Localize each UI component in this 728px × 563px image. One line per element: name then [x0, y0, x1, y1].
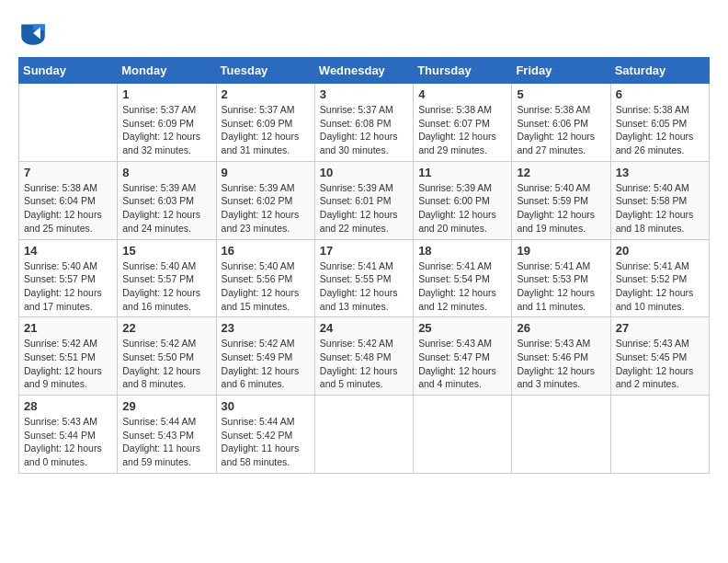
- calendar-cell: 28Sunrise: 5:43 AM Sunset: 5:44 PM Dayli…: [19, 396, 118, 474]
- calendar-cell: [414, 396, 512, 474]
- day-number: 26: [517, 321, 605, 335]
- day-number: 25: [418, 321, 506, 335]
- calendar-cell: 12Sunrise: 5:40 AM Sunset: 5:59 PM Dayli…: [512, 161, 610, 239]
- day-number: 24: [320, 321, 408, 335]
- day-header-monday: Monday: [118, 58, 216, 84]
- calendar-cell: 26Sunrise: 5:43 AM Sunset: 5:46 PM Dayli…: [512, 317, 610, 396]
- day-number: 3: [320, 87, 408, 101]
- day-header-friday: Friday: [512, 58, 610, 84]
- calendar-cell: 20Sunrise: 5:41 AM Sunset: 5:52 PM Dayli…: [610, 239, 709, 317]
- week-row-5: 28Sunrise: 5:43 AM Sunset: 5:44 PM Dayli…: [19, 396, 710, 474]
- day-info: Sunrise: 5:42 AM Sunset: 5:49 PM Dayligh…: [222, 337, 310, 391]
- logo: [18, 18, 51, 48]
- page-header: [18, 18, 710, 48]
- day-number: 11: [418, 166, 506, 179]
- day-info: Sunrise: 5:41 AM Sunset: 5:52 PM Dayligh…: [616, 259, 704, 314]
- day-info: Sunrise: 5:39 AM Sunset: 6:02 PM Dayligh…: [222, 181, 310, 236]
- calendar-cell: 10Sunrise: 5:39 AM Sunset: 6:01 PM Dayli…: [314, 161, 413, 239]
- calendar-cell: 2Sunrise: 5:37 AM Sunset: 6:09 PM Daylig…: [216, 84, 314, 162]
- day-number: 13: [616, 166, 704, 179]
- day-number: 7: [24, 166, 112, 179]
- day-header-tuesday: Tuesday: [216, 58, 314, 84]
- day-number: 4: [418, 87, 506, 101]
- day-number: 18: [418, 244, 506, 258]
- calendar-cell: 3Sunrise: 5:37 AM Sunset: 6:08 PM Daylig…: [314, 84, 413, 162]
- calendar-cell: 14Sunrise: 5:40 AM Sunset: 5:57 PM Dayli…: [19, 239, 118, 317]
- day-number: 29: [122, 399, 210, 413]
- day-info: Sunrise: 5:43 AM Sunset: 5:44 PM Dayligh…: [24, 415, 112, 469]
- day-number: 28: [24, 399, 112, 413]
- calendar-cell: [610, 396, 709, 474]
- day-number: 8: [122, 166, 210, 179]
- calendar-cell: 25Sunrise: 5:43 AM Sunset: 5:47 PM Dayli…: [414, 317, 512, 396]
- calendar-cell: 18Sunrise: 5:41 AM Sunset: 5:54 PM Dayli…: [414, 239, 512, 317]
- day-info: Sunrise: 5:39 AM Sunset: 6:00 PM Dayligh…: [418, 181, 506, 236]
- day-number: 30: [222, 399, 310, 413]
- calendar-cell: 5Sunrise: 5:38 AM Sunset: 6:06 PM Daylig…: [512, 84, 610, 162]
- day-number: 1: [122, 87, 210, 101]
- day-info: Sunrise: 5:38 AM Sunset: 6:05 PM Dayligh…: [616, 103, 704, 157]
- day-info: Sunrise: 5:39 AM Sunset: 6:01 PM Dayligh…: [320, 181, 408, 236]
- day-info: Sunrise: 5:42 AM Sunset: 5:48 PM Dayligh…: [320, 337, 408, 391]
- calendar-cell: 23Sunrise: 5:42 AM Sunset: 5:49 PM Dayli…: [216, 317, 314, 396]
- calendar-cell: 4Sunrise: 5:38 AM Sunset: 6:07 PM Daylig…: [414, 84, 512, 162]
- day-info: Sunrise: 5:43 AM Sunset: 5:47 PM Dayligh…: [418, 337, 506, 391]
- calendar-body: 1Sunrise: 5:37 AM Sunset: 6:09 PM Daylig…: [19, 84, 710, 474]
- calendar-cell: 24Sunrise: 5:42 AM Sunset: 5:48 PM Dayli…: [314, 317, 413, 396]
- day-info: Sunrise: 5:37 AM Sunset: 6:08 PM Dayligh…: [320, 103, 408, 157]
- day-info: Sunrise: 5:43 AM Sunset: 5:46 PM Dayligh…: [517, 337, 605, 391]
- day-info: Sunrise: 5:42 AM Sunset: 5:50 PM Dayligh…: [122, 337, 210, 391]
- week-row-3: 14Sunrise: 5:40 AM Sunset: 5:57 PM Dayli…: [19, 239, 710, 317]
- logo-icon: [18, 18, 48, 48]
- day-number: 15: [122, 244, 210, 258]
- day-info: Sunrise: 5:40 AM Sunset: 5:58 PM Dayligh…: [616, 181, 704, 236]
- day-number: 5: [517, 87, 605, 101]
- day-info: Sunrise: 5:38 AM Sunset: 6:07 PM Dayligh…: [418, 103, 506, 157]
- day-number: 21: [24, 321, 112, 335]
- day-number: 16: [222, 244, 310, 258]
- day-number: 6: [616, 87, 704, 101]
- day-info: Sunrise: 5:39 AM Sunset: 6:03 PM Dayligh…: [122, 181, 210, 236]
- day-number: 22: [122, 321, 210, 335]
- calendar-cell: 27Sunrise: 5:43 AM Sunset: 5:45 PM Dayli…: [610, 317, 709, 396]
- day-info: Sunrise: 5:40 AM Sunset: 5:59 PM Dayligh…: [517, 181, 605, 236]
- day-number: 23: [222, 321, 310, 335]
- calendar-cell: 16Sunrise: 5:40 AM Sunset: 5:56 PM Dayli…: [216, 239, 314, 317]
- calendar-table: SundayMondayTuesdayWednesdayThursdayFrid…: [18, 57, 710, 474]
- day-info: Sunrise: 5:43 AM Sunset: 5:45 PM Dayligh…: [616, 337, 704, 391]
- week-row-4: 21Sunrise: 5:42 AM Sunset: 5:51 PM Dayli…: [19, 317, 710, 396]
- day-header-thursday: Thursday: [414, 58, 512, 84]
- day-header-wednesday: Wednesday: [314, 58, 413, 84]
- calendar-cell: 15Sunrise: 5:40 AM Sunset: 5:57 PM Dayli…: [118, 239, 216, 317]
- calendar-cell: [314, 396, 413, 474]
- day-info: Sunrise: 5:44 AM Sunset: 5:43 PM Dayligh…: [122, 415, 210, 469]
- day-number: 10: [320, 166, 408, 179]
- calendar-cell: 7Sunrise: 5:38 AM Sunset: 6:04 PM Daylig…: [19, 161, 118, 239]
- day-info: Sunrise: 5:41 AM Sunset: 5:53 PM Dayligh…: [517, 259, 605, 314]
- day-info: Sunrise: 5:41 AM Sunset: 5:55 PM Dayligh…: [320, 259, 408, 314]
- day-info: Sunrise: 5:37 AM Sunset: 6:09 PM Dayligh…: [122, 103, 210, 157]
- day-header-sunday: Sunday: [19, 58, 118, 84]
- day-info: Sunrise: 5:44 AM Sunset: 5:42 PM Dayligh…: [222, 415, 310, 469]
- day-number: 17: [320, 244, 408, 258]
- day-info: Sunrise: 5:40 AM Sunset: 5:57 PM Dayligh…: [24, 259, 112, 314]
- day-info: Sunrise: 5:37 AM Sunset: 6:09 PM Dayligh…: [222, 103, 310, 157]
- day-number: 12: [517, 166, 605, 179]
- calendar-cell: 11Sunrise: 5:39 AM Sunset: 6:00 PM Dayli…: [414, 161, 512, 239]
- day-info: Sunrise: 5:40 AM Sunset: 5:56 PM Dayligh…: [222, 259, 310, 314]
- day-header-saturday: Saturday: [610, 58, 709, 84]
- day-number: 20: [616, 244, 704, 258]
- calendar-cell: 1Sunrise: 5:37 AM Sunset: 6:09 PM Daylig…: [118, 84, 216, 162]
- calendar-cell: 22Sunrise: 5:42 AM Sunset: 5:50 PM Dayli…: [118, 317, 216, 396]
- day-number: 14: [24, 244, 112, 258]
- calendar-cell: [512, 396, 610, 474]
- day-number: 9: [222, 166, 310, 179]
- calendar-cell: 9Sunrise: 5:39 AM Sunset: 6:02 PM Daylig…: [216, 161, 314, 239]
- day-number: 27: [616, 321, 704, 335]
- week-row-1: 1Sunrise: 5:37 AM Sunset: 6:09 PM Daylig…: [19, 84, 710, 162]
- calendar-header-row: SundayMondayTuesdayWednesdayThursdayFrid…: [19, 58, 710, 84]
- calendar-cell: 8Sunrise: 5:39 AM Sunset: 6:03 PM Daylig…: [118, 161, 216, 239]
- day-info: Sunrise: 5:38 AM Sunset: 6:06 PM Dayligh…: [517, 103, 605, 157]
- calendar-cell: 21Sunrise: 5:42 AM Sunset: 5:51 PM Dayli…: [19, 317, 118, 396]
- calendar-cell: 30Sunrise: 5:44 AM Sunset: 5:42 PM Dayli…: [216, 396, 314, 474]
